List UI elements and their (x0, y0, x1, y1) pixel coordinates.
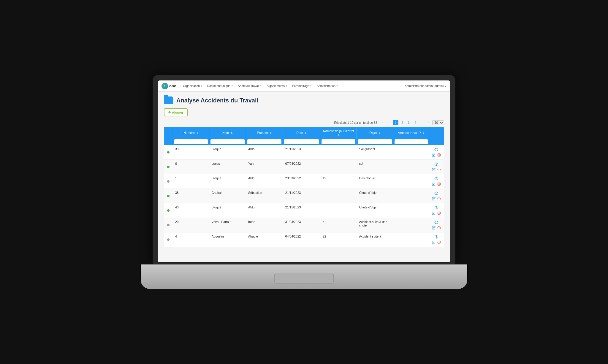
view-button[interactable] (434, 147, 439, 152)
cell-date: 04/04/2022 (283, 232, 320, 247)
th-nom[interactable]: Nom ⇅ (209, 127, 246, 138)
th-arret[interactable]: Arrêt de travail ? ⇅ (393, 127, 429, 138)
table-row: 6 Lucas Yann 07/04/2022 sol (164, 160, 444, 174)
delete-button[interactable] (437, 240, 441, 245)
filter-date[interactable] (284, 139, 319, 144)
chevron-down-icon: ▼ (200, 85, 202, 87)
status-cell (164, 232, 173, 247)
cell-arret (393, 174, 429, 189)
status-dot (167, 166, 170, 168)
filter-arret[interactable] (395, 139, 428, 144)
filter-objet[interactable] (358, 139, 392, 144)
pagination-prev-btn[interactable]: ‹ (387, 120, 392, 125)
page-num-2[interactable]: 2 (400, 120, 405, 125)
filter-nb-jours[interactable] (322, 139, 355, 144)
delete-button[interactable] (437, 211, 441, 216)
cell-objet: sol (357, 160, 393, 174)
filter-prenom[interactable] (247, 139, 282, 144)
view-button[interactable] (434, 205, 439, 210)
pagination-next-btn[interactable]: › (419, 120, 425, 125)
edit-button[interactable] (431, 196, 436, 201)
cell-numero: 39 (173, 145, 209, 160)
nav-item-document-unique[interactable]: Document unique ▼ (205, 83, 235, 89)
app-navbar: 1 one Organisation ▼ Document unique ▼ S… (158, 80, 450, 92)
th-nb-jours[interactable]: Nombre de jour d'arrêt ⇅ (320, 127, 357, 138)
add-button[interactable]: ✚ Ajouter (164, 108, 188, 116)
table-row: 38 Chabal Sébastien 21/11/2023 Chute d'o… (164, 189, 444, 203)
cell-nom: Chabal (209, 189, 246, 203)
pagination-first-btn[interactable]: « (380, 120, 385, 125)
delete-button[interactable] (437, 196, 441, 201)
th-date[interactable]: Date ⇅ (283, 127, 320, 138)
nav-item-signalements[interactable]: Signalements ▼ (265, 83, 289, 89)
th-objet[interactable]: Objet ⇅ (357, 127, 393, 138)
table-row: 4 Augustin Abadie 04/04/2022 22 Accident… (164, 232, 444, 247)
delete-button[interactable] (437, 153, 441, 157)
status-cell (164, 218, 173, 232)
filter-numero[interactable] (174, 139, 208, 144)
cell-prenom: Abadie (246, 232, 283, 247)
cell-arret (393, 232, 429, 247)
th-numero[interactable]: Numéro ⇅ (173, 127, 209, 138)
cell-nom: Bloqué (209, 174, 246, 189)
cell-prenom: Yann (246, 160, 283, 174)
nav-user[interactable]: Administrateur admin (admin) ▼ (405, 84, 446, 88)
page-num-1[interactable]: 1 (393, 120, 398, 125)
data-table: Numéro ⇅ Nom ⇅ Prénom ⇅ (164, 127, 444, 247)
cell-actions (429, 174, 444, 189)
edit-button[interactable] (431, 182, 436, 186)
edit-button[interactable] (431, 167, 436, 172)
cell-actions (429, 145, 444, 160)
view-button[interactable] (434, 162, 439, 167)
cell-nom: Bloqué (209, 203, 246, 218)
status-cell (164, 203, 173, 218)
cell-numero: 4 (173, 232, 209, 247)
page-size-select[interactable]: 10 25 50 (432, 120, 444, 125)
page-num-3[interactable]: 3 (406, 120, 411, 125)
nav-item-parametrage[interactable]: Paramétrage ▼ (290, 83, 314, 89)
view-button[interactable] (434, 235, 439, 239)
cell-nb-jours: 12 (320, 174, 357, 189)
page-num-4[interactable]: 4 (413, 120, 418, 125)
nav-item-administration[interactable]: Administration ▼ (315, 83, 340, 89)
view-button[interactable] (434, 220, 439, 225)
status-cell (164, 174, 173, 189)
cell-numero: 40 (173, 203, 209, 218)
svg-point-12 (436, 193, 437, 194)
status-dot (167, 209, 170, 212)
svg-point-16 (436, 207, 437, 208)
svg-point-20 (436, 222, 437, 223)
th-prenom[interactable]: Prénom ⇅ (246, 127, 283, 138)
edit-button[interactable] (431, 153, 436, 157)
cell-numero: 38 (173, 189, 209, 203)
th-actions (429, 127, 444, 138)
sort-icon: ⇅ (422, 132, 425, 134)
cell-arret (393, 203, 429, 218)
chevron-down-icon: ▼ (285, 85, 287, 87)
view-button[interactable] (434, 176, 439, 181)
cell-objet: Accident suite à (357, 232, 393, 247)
cell-objet: Sol glissant (357, 145, 393, 160)
status-dot (167, 195, 170, 197)
edit-button[interactable] (431, 240, 436, 245)
edit-button[interactable] (431, 211, 436, 216)
view-button[interactable] (434, 191, 439, 196)
sort-icon: ⇅ (305, 132, 307, 134)
pagination-last-btn[interactable]: » (426, 120, 431, 125)
delete-button[interactable] (437, 225, 441, 230)
status-cell (164, 189, 173, 203)
cell-actions (429, 189, 444, 203)
cell-objet: Chute d'objet (357, 203, 393, 218)
delete-button[interactable] (437, 182, 441, 186)
pagination-bar: Résultats 1-10 sur un total de 32 « ‹ 1 … (164, 120, 444, 125)
svg-point-0 (436, 149, 437, 150)
table-row: 29 Voltou-Partout Irène 31/03/2023 4 Acc… (164, 218, 444, 232)
nav-item-organisation[interactable]: Organisation ▼ (181, 83, 205, 89)
filter-nom[interactable] (210, 139, 244, 144)
edit-button[interactable] (431, 225, 436, 230)
nav-item-sante-travail[interactable]: Santé au Travail ▼ (236, 83, 264, 89)
cell-numero: 29 (173, 218, 209, 232)
svg-point-24 (436, 236, 437, 238)
delete-button[interactable] (437, 167, 441, 172)
status-cell (164, 145, 173, 160)
